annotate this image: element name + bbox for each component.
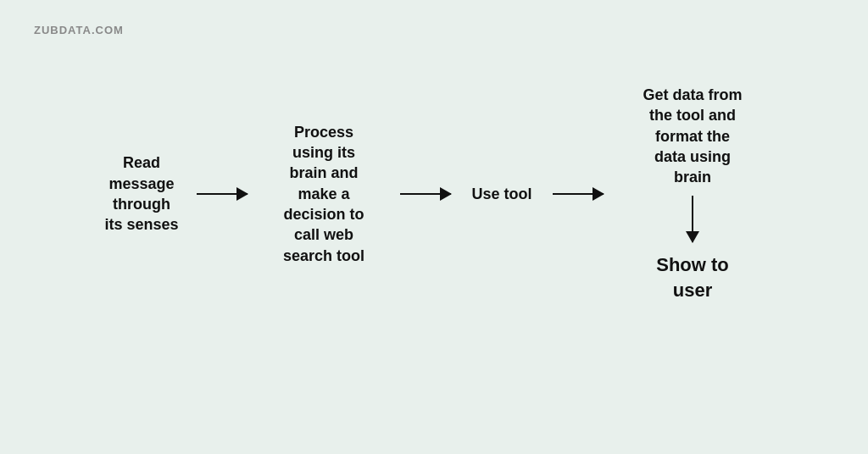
node-process: Process using its brain and make a decis… [256,122,392,266]
arrow-read-to-process [197,193,248,196]
node-use-tool: Use tool [459,184,544,204]
node-get-data: Get data from the tool and format the da… [612,85,773,187]
right-column: Get data from the tool and format the da… [612,85,773,303]
diagram: Read message through its senses Process … [0,85,868,303]
arrow-get-to-show [692,196,694,242]
node-show-user: Show to user [656,252,729,302]
arrow-use-to-get [553,193,604,196]
arrow-process-to-use [400,193,451,196]
node-read: Read message through its senses [95,152,188,235]
watermark: ZUBDATA.COM [34,24,124,36]
